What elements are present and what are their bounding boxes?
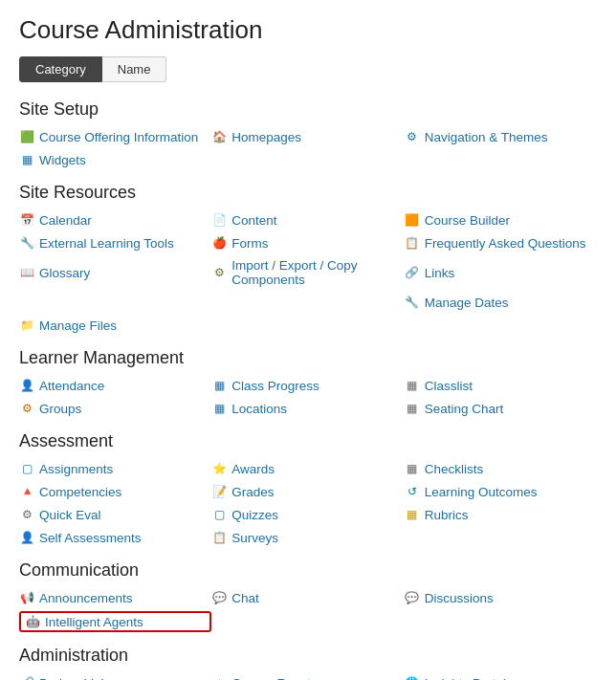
link-seating-chart[interactable]: ▦ Seating Chart (405, 399, 597, 418)
tab-name[interactable]: Name (102, 56, 167, 82)
link-discussions[interactable]: 💬 Discussions (405, 588, 597, 607)
link-awards[interactable]: ⭐ Awards (211, 459, 404, 478)
link-widgets[interactable]: ▦ Widgets (19, 150, 211, 169)
section-communication: Communication 📢 Announcements 💬 Chat 💬 D… (19, 560, 597, 632)
link-announcements[interactable]: 📢 Announcements (19, 588, 211, 607)
link-label: Course Builder (425, 213, 510, 228)
links-icon: 🔗 (405, 265, 420, 280)
section-title-site-resources: Site Resources (19, 183, 597, 203)
link-label: Surveys (231, 531, 278, 545)
class-progress-icon: ▦ (211, 378, 227, 393)
discussions-icon: 💬 (405, 590, 420, 605)
awards-icon: ⭐ (211, 461, 227, 476)
communication-grid: 📢 Announcements 💬 Chat 💬 Discussions 🤖 I… (19, 588, 597, 632)
surveys-icon: 📋 (211, 530, 227, 545)
link-course-reset[interactable]: ◆ Course Reset (211, 673, 404, 680)
link-import-export[interactable]: ⚙ Import / Export / Copy Components (211, 256, 404, 289)
link-course-builder[interactable]: 🟧 Course Builder (405, 210, 597, 230)
link-label: Class Progress (231, 379, 319, 393)
self-assessments-icon: 👤 (19, 530, 34, 545)
link-quizzes[interactable]: ▢ Quizzes (211, 505, 404, 524)
link-course-offering-information[interactable]: 🟩 Course Offering Information (19, 127, 211, 146)
link-label: Content (231, 213, 276, 228)
link-checklists[interactable]: ▦ Checklists (405, 459, 597, 478)
link-intelligent-agents[interactable]: 🤖 Intelligent Agents (19, 611, 211, 632)
manage-files-icon: 📁 (19, 318, 34, 333)
link-manage-dates[interactable]: 🔧 Manage Dates (405, 293, 597, 312)
import-export-icon: ⚙ (211, 265, 227, 280)
broken-links-icon: 🔗 (19, 675, 34, 680)
widgets-icon: ▦ (19, 152, 34, 167)
link-label: Classlist (425, 379, 473, 393)
link-groups[interactable]: ⚙ Groups (19, 399, 211, 418)
link-classlist[interactable]: ▦ Classlist (405, 376, 597, 395)
link-insights-portal[interactable]: 🌐 Insights Portal (405, 673, 597, 680)
chat-icon: 💬 (211, 590, 227, 605)
link-label: Chat (231, 591, 259, 605)
link-label: Course Reset (231, 676, 311, 681)
link-learning-outcomes[interactable]: ↺ Learning Outcomes (405, 482, 597, 501)
link-label: Self Assessments (39, 531, 142, 545)
competencies-icon: 🔺 (19, 484, 34, 499)
assignments-icon: ▢ (19, 461, 34, 476)
faq-icon: 📋 (405, 235, 420, 251)
link-quick-eval[interactable]: ⚙ Quick Eval (19, 505, 211, 524)
link-label: Manage Files (39, 318, 117, 333)
link-homepages[interactable]: 🏠 Homepages (211, 127, 404, 146)
link-forms[interactable]: 🍎 Forms (211, 233, 404, 252)
section-title-communication: Communication (19, 560, 597, 581)
quizzes-icon: ▢ (211, 507, 227, 522)
tab-category[interactable]: Category (19, 56, 102, 82)
link-label: Awards (231, 462, 275, 476)
link-label: Import / Export / Copy Components (231, 258, 404, 287)
link-faq[interactable]: 📋 Frequently Asked Questions (405, 233, 597, 252)
section-title-administration: Administration (19, 646, 597, 666)
link-broken-links[interactable]: 🔗 Broken Links (19, 673, 211, 680)
link-glossary[interactable]: 📖 Glossary (19, 256, 211, 289)
link-calendar[interactable]: 📅 Calendar (19, 210, 211, 230)
section-learner-management: Learner Management 👤 Attendance ▦ Class … (19, 348, 597, 418)
section-site-setup: Site Setup 🟩 Course Offering Information… (19, 99, 597, 169)
link-locations[interactable]: ▦ Locations (211, 399, 404, 418)
site-setup-grid: 🟩 Course Offering Information 🏠 Homepage… (19, 127, 597, 169)
locations-icon: ▦ (211, 401, 227, 416)
link-attendance[interactable]: 👤 Attendance (19, 376, 211, 395)
link-label: External Learning Tools (39, 236, 174, 251)
section-administration: Administration 🔗 Broken Links ◆ Course R… (19, 646, 597, 680)
course-offering-icon: 🟩 (19, 129, 34, 144)
link-chat[interactable]: 💬 Chat (211, 588, 404, 607)
link-label: Frequently Asked Questions (425, 236, 586, 251)
learning-outcomes-icon: ↺ (405, 484, 420, 499)
link-competencies[interactable]: 🔺 Competencies (19, 482, 211, 501)
link-label: Rubrics (425, 508, 469, 522)
link-content[interactable]: 📄 Content (211, 210, 404, 230)
link-class-progress[interactable]: ▦ Class Progress (211, 376, 404, 395)
link-assignments[interactable]: ▢ Assignments (19, 459, 211, 478)
link-surveys[interactable]: 📋 Surveys (211, 528, 404, 547)
course-builder-icon: 🟧 (405, 212, 420, 228)
link-manage-files[interactable]: 📁 Manage Files (19, 316, 211, 335)
link-links[interactable]: 🔗 Links (405, 256, 597, 289)
link-rubrics[interactable]: ▦ Rubrics (405, 505, 597, 524)
link-label: Forms (231, 236, 268, 251)
attendance-icon: 👤 (19, 378, 34, 393)
link-label: Manage Dates (425, 296, 509, 310)
rubrics-icon: ▦ (405, 507, 420, 522)
section-assessment: Assessment ▢ Assignments ⭐ Awards ▦ Chec… (19, 431, 597, 547)
link-label: Checklists (425, 462, 484, 476)
link-external-learning-tools[interactable]: 🔧 External Learning Tools (19, 233, 211, 252)
link-self-assessments[interactable]: 👤 Self Assessments (19, 528, 211, 547)
learner-management-grid: 👤 Attendance ▦ Class Progress ▦ Classlis… (19, 376, 597, 418)
link-label: Course Offering Information (39, 130, 198, 144)
site-resources-grid: 📅 Calendar 📄 Content 🟧 Course Builder 🔧 … (19, 210, 597, 335)
homepages-icon: 🏠 (211, 129, 227, 144)
course-reset-icon: ◆ (211, 675, 227, 680)
ext-learning-icon: 🔧 (19, 235, 34, 251)
nav-themes-icon: ⚙ (405, 129, 420, 144)
link-grades[interactable]: 📝 Grades (211, 482, 404, 501)
link-navigation-themes[interactable]: ⚙ Navigation & Themes (405, 127, 597, 146)
assessment-grid: ▢ Assignments ⭐ Awards ▦ Checklists 🔺 Co… (19, 459, 597, 547)
link-label: Competencies (39, 485, 121, 499)
link-label: Homepages (231, 130, 301, 144)
link-label: Learning Outcomes (425, 485, 538, 499)
